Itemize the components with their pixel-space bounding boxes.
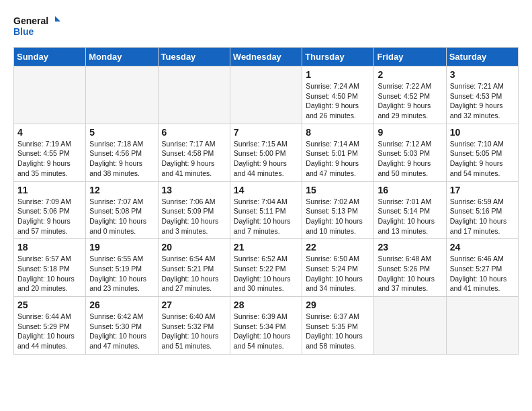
calendar-cell: 14Sunrise: 7:04 AM Sunset: 5:11 PM Dayli… [230,181,302,239]
day-info: Sunrise: 6:46 AM Sunset: 5:27 PM Dayligh… [450,254,515,293]
day-info: Sunrise: 6:40 AM Sunset: 5:32 PM Dayligh… [162,312,226,351]
day-info: Sunrise: 6:37 AM Sunset: 5:35 PM Dayligh… [306,312,370,351]
calendar-cell: 12Sunrise: 7:07 AM Sunset: 5:08 PM Dayli… [86,181,158,239]
day-info: Sunrise: 7:18 AM Sunset: 4:56 PM Dayligh… [89,139,154,179]
day-number: 3 [450,69,515,80]
day-info: Sunrise: 7:12 AM Sunset: 5:03 PM Dayligh… [378,139,442,179]
day-number: 17 [450,185,515,195]
calendar-cell: 22Sunrise: 6:50 AM Sunset: 5:24 PM Dayli… [302,239,374,297]
day-info: Sunrise: 7:09 AM Sunset: 5:06 PM Dayligh… [17,197,82,236]
day-number: 25 [17,300,82,310]
day-number: 6 [162,127,226,138]
week-row-2: 11Sunrise: 7:09 AM Sunset: 5:06 PM Dayli… [14,181,519,239]
weekday-saturday: Saturday [446,48,518,66]
calendar-cell: 17Sunrise: 6:59 AM Sunset: 5:16 PM Dayli… [446,181,518,239]
day-info: Sunrise: 6:55 AM Sunset: 5:19 PM Dayligh… [89,254,154,293]
svg-text:General: General [13,15,48,26]
day-info: Sunrise: 6:48 AM Sunset: 5:26 PM Dayligh… [378,254,442,293]
day-info: Sunrise: 7:04 AM Sunset: 5:11 PM Dayligh… [234,197,298,236]
day-number: 24 [450,242,515,253]
day-info: Sunrise: 7:10 AM Sunset: 5:05 PM Dayligh… [450,139,515,179]
calendar-cell: 16Sunrise: 7:01 AM Sunset: 5:14 PM Dayli… [374,181,446,239]
day-number: 10 [450,127,515,138]
day-number: 11 [17,185,82,195]
day-number: 28 [234,300,298,310]
calendar-cell: 2Sunrise: 7:22 AM Sunset: 4:52 PM Daylig… [374,66,446,124]
calendar-cell: 6Sunrise: 7:17 AM Sunset: 4:58 PM Daylig… [158,124,230,181]
weekday-header-row: SundayMondayTuesdayWednesdayThursdayFrid… [14,48,519,66]
day-info: Sunrise: 6:54 AM Sunset: 5:21 PM Dayligh… [162,254,226,293]
day-number: 15 [306,185,370,195]
weekday-friday: Friday [374,48,446,66]
day-number: 4 [17,127,82,138]
day-info: Sunrise: 6:42 AM Sunset: 5:30 PM Dayligh… [89,312,154,351]
weekday-thursday: Thursday [302,48,374,66]
day-number: 20 [162,242,226,253]
day-info: Sunrise: 7:01 AM Sunset: 5:14 PM Dayligh… [378,197,442,236]
calendar-body: 1Sunrise: 7:24 AM Sunset: 4:50 PM Daylig… [14,66,519,355]
calendar-cell: 24Sunrise: 6:46 AM Sunset: 5:27 PM Dayli… [446,239,518,297]
calendar-cell: 19Sunrise: 6:55 AM Sunset: 5:19 PM Dayli… [86,239,158,297]
day-info: Sunrise: 7:06 AM Sunset: 5:09 PM Dayligh… [162,197,226,236]
day-info: Sunrise: 7:24 AM Sunset: 4:50 PM Dayligh… [306,81,370,121]
day-info: Sunrise: 7:07 AM Sunset: 5:08 PM Dayligh… [89,197,154,236]
calendar-cell [446,297,518,355]
calendar-cell: 3Sunrise: 7:21 AM Sunset: 4:53 PM Daylig… [446,66,518,124]
logo: General Blue [13,13,60,40]
calendar-cell: 9Sunrise: 7:12 AM Sunset: 5:03 PM Daylig… [374,124,446,181]
calendar-cell: 26Sunrise: 6:42 AM Sunset: 5:30 PM Dayli… [86,297,158,355]
calendar-cell: 27Sunrise: 6:40 AM Sunset: 5:32 PM Dayli… [158,297,230,355]
day-info: Sunrise: 6:44 AM Sunset: 5:29 PM Dayligh… [17,312,82,351]
day-number: 18 [17,242,82,253]
day-number: 23 [378,242,442,253]
calendar-cell: 4Sunrise: 7:19 AM Sunset: 4:55 PM Daylig… [14,124,86,181]
week-row-4: 25Sunrise: 6:44 AM Sunset: 5:29 PM Dayli… [14,297,519,355]
day-number: 9 [378,127,442,138]
calendar-cell: 15Sunrise: 7:02 AM Sunset: 5:13 PM Dayli… [302,181,374,239]
day-info: Sunrise: 6:39 AM Sunset: 5:34 PM Dayligh… [234,312,298,351]
svg-text:Blue: Blue [13,26,34,37]
calendar-cell: 11Sunrise: 7:09 AM Sunset: 5:06 PM Dayli… [14,181,86,239]
calendar-cell: 28Sunrise: 6:39 AM Sunset: 5:34 PM Dayli… [230,297,302,355]
calendar-cell [374,297,446,355]
day-number: 27 [162,300,226,310]
calendar-cell [158,66,230,124]
calendar-cell: 23Sunrise: 6:48 AM Sunset: 5:26 PM Dayli… [374,239,446,297]
calendar-cell: 1Sunrise: 7:24 AM Sunset: 4:50 PM Daylig… [302,66,374,124]
day-number: 19 [89,242,154,253]
calendar-table: SundayMondayTuesdayWednesdayThursdayFrid… [13,47,519,355]
day-number: 13 [162,185,226,195]
day-info: Sunrise: 7:17 AM Sunset: 4:58 PM Dayligh… [162,139,226,179]
day-number: 14 [234,185,298,195]
day-number: 1 [306,69,370,80]
calendar-cell: 10Sunrise: 7:10 AM Sunset: 5:05 PM Dayli… [446,124,518,181]
svg-marker-2 [55,16,60,21]
calendar-cell: 18Sunrise: 6:57 AM Sunset: 5:18 PM Dayli… [14,239,86,297]
calendar-cell [230,66,302,124]
calendar-cell: 21Sunrise: 6:52 AM Sunset: 5:22 PM Dayli… [230,239,302,297]
day-number: 16 [378,185,442,195]
logo-svg: General Blue [13,13,60,40]
day-info: Sunrise: 6:50 AM Sunset: 5:24 PM Dayligh… [306,254,370,293]
day-info: Sunrise: 7:19 AM Sunset: 4:55 PM Dayligh… [17,139,82,179]
day-number: 2 [378,69,442,80]
day-number: 22 [306,242,370,253]
calendar-cell: 29Sunrise: 6:37 AM Sunset: 5:35 PM Dayli… [302,297,374,355]
day-info: Sunrise: 7:14 AM Sunset: 5:01 PM Dayligh… [306,139,370,179]
calendar-cell: 5Sunrise: 7:18 AM Sunset: 4:56 PM Daylig… [86,124,158,181]
day-number: 7 [234,127,298,138]
day-info: Sunrise: 7:02 AM Sunset: 5:13 PM Dayligh… [306,197,370,236]
weekday-wednesday: Wednesday [230,48,302,66]
page-header: General Blue [13,13,519,40]
day-number: 29 [306,300,370,310]
day-info: Sunrise: 6:57 AM Sunset: 5:18 PM Dayligh… [17,254,82,293]
weekday-sunday: Sunday [14,48,86,66]
week-row-0: 1Sunrise: 7:24 AM Sunset: 4:50 PM Daylig… [14,66,519,124]
day-number: 26 [89,300,154,310]
day-number: 12 [89,185,154,195]
day-info: Sunrise: 7:15 AM Sunset: 5:00 PM Dayligh… [234,139,298,179]
day-info: Sunrise: 7:21 AM Sunset: 4:53 PM Dayligh… [450,81,515,121]
week-row-1: 4Sunrise: 7:19 AM Sunset: 4:55 PM Daylig… [14,124,519,181]
calendar-cell: 8Sunrise: 7:14 AM Sunset: 5:01 PM Daylig… [302,124,374,181]
day-info: Sunrise: 6:52 AM Sunset: 5:22 PM Dayligh… [234,254,298,293]
